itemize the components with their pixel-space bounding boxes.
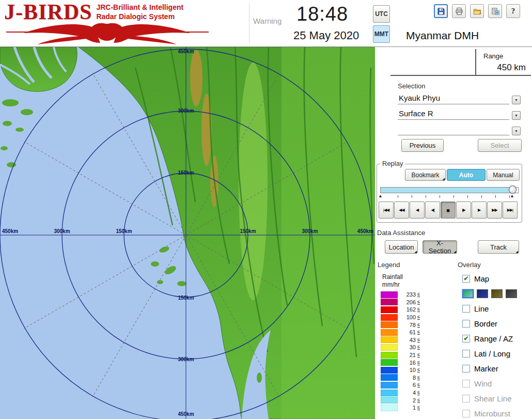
range-label: 450km <box>178 49 194 54</box>
overlay-item-label: Map <box>474 274 489 283</box>
legend-row: 206≤ <box>381 299 420 306</box>
extra-select: ▼ <box>398 121 521 135</box>
help-button[interactable]: ? <box>506 4 520 18</box>
manual-mode-button[interactable]: Manual <box>487 169 520 181</box>
legend-color-swatch <box>381 367 398 374</box>
overlay-item-border[interactable]: Border <box>462 316 531 331</box>
site-select-value[interactable]: Kyauk Phyu <box>398 92 509 104</box>
legend-color-swatch <box>381 382 398 389</box>
checkbox-microburst[interactable] <box>462 410 470 417</box>
checkbox-wind[interactable] <box>462 380 470 387</box>
print-icon <box>455 7 463 15</box>
print-button[interactable] <box>452 4 466 18</box>
slider-start-marker-icon: ▲ <box>378 193 383 198</box>
mmt-button[interactable]: MMT <box>373 25 390 43</box>
playback-row: |◀◀◀◀◀◀|■|▶▶▶▶▶▶| <box>379 201 518 219</box>
overlay-item-range-az[interactable]: ✔Range / AZ <box>462 331 531 346</box>
site-select: Kyauk Phyu ▼ <box>398 90 521 104</box>
overlay-item-marker[interactable]: Marker <box>462 361 531 376</box>
radar-map-area[interactable]: 450km300km150km150km300km450km450km300km… <box>0 47 375 419</box>
previous-button[interactable]: Previous <box>401 139 444 152</box>
checkbox-shear-line[interactable] <box>462 395 470 402</box>
replay-slider[interactable] <box>380 187 519 193</box>
extra-dropdown-button[interactable]: ▼ <box>512 127 521 135</box>
checkbox-map[interactable]: ✔ <box>462 275 470 283</box>
bookmark-label: Bookmark <box>411 172 439 179</box>
select-button[interactable]: Select <box>478 139 522 152</box>
legend-row: 78≤ <box>381 321 420 329</box>
checkbox-marker[interactable] <box>462 365 470 373</box>
legend-value: 233 <box>399 291 416 298</box>
auto-mode-button[interactable]: Auto <box>447 169 486 181</box>
overlay-item-microburst[interactable]: Microburst <box>462 406 531 419</box>
legend-row: 6≤ <box>381 381 420 389</box>
checkbox-border[interactable] <box>462 320 470 328</box>
bookmark-button[interactable]: Bookmark ◢ <box>405 169 446 181</box>
play-button[interactable]: ▶ <box>472 201 487 219</box>
location-button[interactable]: Location ◢ <box>385 240 418 254</box>
map-style-dark[interactable] <box>506 289 517 298</box>
slider-tick <box>481 195 482 198</box>
range-label: 150km <box>178 295 194 301</box>
skip-to-start-button[interactable]: |◀◀ <box>379 201 394 219</box>
less-equal-icon: ≤ <box>417 390 420 395</box>
map-style-olive[interactable] <box>491 289 503 298</box>
logo-subtitle-line1: JRC-Brilliant & Intelligent <box>96 3 183 12</box>
overlay-item-shear-line[interactable]: Shear Line <box>462 391 531 406</box>
step-back-button[interactable]: ◀| <box>425 201 440 219</box>
legend-color-swatch <box>381 299 398 305</box>
legend-value: 2 <box>399 397 416 404</box>
less-equal-icon: ≤ <box>417 367 420 373</box>
slider-tick <box>440 195 440 198</box>
less-equal-icon: ≤ <box>417 352 420 358</box>
overlay-item-label: Range / AZ <box>474 334 513 343</box>
skip-to-end-button[interactable]: ▶▶| <box>503 201 518 219</box>
legend-value: 8 <box>399 375 416 381</box>
overlay-item-map[interactable]: ✔Map <box>462 271 531 286</box>
checkbox-lati-long[interactable] <box>462 350 470 358</box>
open-folder-button[interactable] <box>470 4 484 18</box>
legend-value: 78 <box>399 322 416 328</box>
export-icon <box>491 7 499 15</box>
legend-unit: mm/hr <box>382 281 400 288</box>
help-icon: ? <box>511 7 515 15</box>
overlay-item-lati-long[interactable]: Lati / Long <box>462 346 531 361</box>
reverse-play-button[interactable]: ◀ <box>410 201 425 219</box>
extra-select-value[interactable] <box>398 123 509 135</box>
legend-value: 4 <box>399 390 416 396</box>
save-icon <box>437 7 445 15</box>
legend-row: 61≤ <box>381 329 420 336</box>
logo-title: J-BIRDS <box>4 1 92 23</box>
overlay-item-wind[interactable]: Wind <box>462 376 531 391</box>
product-dropdown-button[interactable]: ▼ <box>512 111 521 120</box>
legend-row: 43≤ <box>381 336 420 344</box>
corner-arrow-icon: ◢ <box>453 250 456 253</box>
fast-rewind-button[interactable]: ◀◀ <box>394 201 409 219</box>
chevron-down-icon: ▼ <box>514 129 518 133</box>
legend-color-swatch <box>381 397 398 404</box>
slider-tick <box>495 195 496 198</box>
map-style-terrain[interactable] <box>462 289 474 298</box>
map-style-navy[interactable] <box>477 289 488 298</box>
overlay-item-line[interactable]: Line <box>462 301 531 316</box>
site-dropdown-button[interactable]: ▼ <box>512 96 521 104</box>
checkbox-range-az[interactable]: ✔ <box>462 335 470 343</box>
legend-row: 30≤ <box>381 344 420 351</box>
less-equal-icon: ≤ <box>417 330 420 335</box>
save-button[interactable] <box>434 4 448 18</box>
fast-forward-button[interactable]: ▶▶ <box>487 201 502 219</box>
export-button[interactable] <box>488 4 502 18</box>
stop-button[interactable]: ■ <box>441 201 456 219</box>
legend-row: 100≤ <box>381 314 420 321</box>
product-select-value[interactable]: Surface R <box>398 108 509 120</box>
step-forward-button[interactable]: |▶ <box>456 201 471 219</box>
utc-button[interactable]: UTC <box>373 5 390 23</box>
header-divider <box>249 3 249 43</box>
replay-slider-thumb[interactable] <box>509 185 517 194</box>
legend-row: 233≤ <box>381 291 420 299</box>
range-label: 300km <box>178 356 194 362</box>
track-button[interactable]: Track ◢ <box>478 240 519 254</box>
checkbox-line[interactable] <box>462 305 470 313</box>
x-section-button[interactable]: X-Section ◢ <box>423 240 457 254</box>
chevron-down-icon: ▼ <box>514 98 518 102</box>
